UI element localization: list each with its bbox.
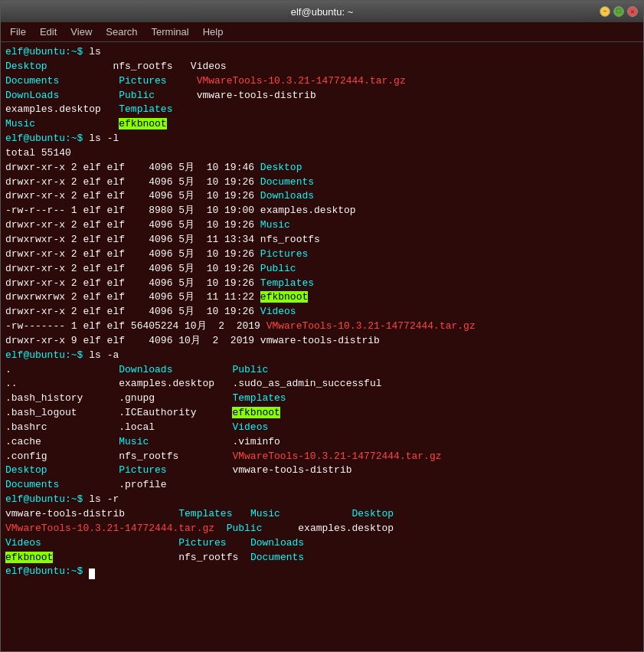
- line-28: .cache Music .viminfo: [5, 435, 639, 450]
- line-6: Music efkbnoot: [5, 117, 639, 132]
- title-bar: elf@ubuntu: ~ – □ ✕: [1, 1, 643, 22]
- line-11: drwxr-xr-x 2 elf elf 4096 5月 10 19:26 Do…: [5, 189, 639, 204]
- line-8: total 55140: [5, 146, 639, 161]
- menu-bar: File Edit View Search Terminal Help: [1, 22, 643, 42]
- line-23: . Downloads Public: [5, 363, 639, 378]
- line-26: .bash_logout .ICEauthority efkbnoot: [5, 406, 639, 421]
- line-37: elf@ubuntu:~$: [5, 565, 639, 579]
- line-34: VMwareTools-10.3.21-14772444.tar.gz Publ…: [5, 522, 639, 536]
- minimize-button[interactable]: –: [600, 6, 610, 17]
- line-24: .. examples.desktop .sudo_as_admin_succe…: [5, 377, 639, 392]
- menu-file[interactable]: File: [4, 25, 32, 39]
- cursor: [89, 568, 95, 579]
- terminal-body[interactable]: elf@ubuntu:~$ ls Desktop nfs_rootfs Vide…: [1, 42, 643, 651]
- line-1: elf@ubuntu:~$ ls: [5, 45, 639, 60]
- window-controls: – □ ✕: [600, 6, 638, 17]
- line-25: .bash_history .gnupg Templates: [5, 392, 639, 406]
- menu-terminal[interactable]: Terminal: [145, 25, 195, 39]
- line-22: elf@ubuntu:~$ ls -a: [5, 349, 639, 363]
- line-31: Documents .profile: [5, 478, 639, 493]
- menu-view[interactable]: View: [64, 25, 98, 39]
- terminal-window: elf@ubuntu: ~ – □ ✕ File Edit View Searc…: [0, 0, 644, 652]
- line-30: Desktop Pictures vmware-tools-distrib: [5, 464, 639, 478]
- line-32: elf@ubuntu:~$ ls -r: [5, 493, 639, 507]
- line-2: Desktop nfs_rootfs Videos: [5, 60, 639, 74]
- line-4: DownLoads Public vmware-tools-distrib: [5, 89, 639, 103]
- line-15: drwxr-xr-x 2 elf elf 4096 5月 10 19:26 Pi…: [5, 247, 639, 262]
- line-36: efkbnoot nfs_rootfs Documents: [5, 551, 639, 565]
- line-13: drwxr-xr-x 2 elf elf 4096 5月 10 19:26 Mu…: [5, 218, 639, 233]
- window-title: elf@ubuntu: ~: [291, 6, 354, 18]
- line-16: drwxr-xr-x 2 elf elf 4096 5月 10 19:26 Pu…: [5, 262, 639, 277]
- line-27: .bashrc .local Videos: [5, 421, 639, 435]
- line-35: Videos Pictures Downloads: [5, 536, 639, 551]
- line-33: vmware-tools-distrib Templates Music Des…: [5, 507, 639, 522]
- menu-help[interactable]: Help: [197, 25, 230, 39]
- line-21: drwxr-xr-x 9 elf elf 4096 10月 2 2019 vmw…: [5, 334, 639, 349]
- line-19: drwxr-xr-x 2 elf elf 4096 5月 10 19:26 Vi…: [5, 305, 639, 319]
- menu-edit[interactable]: Edit: [34, 25, 63, 39]
- line-17: drwxr-xr-x 2 elf elf 4096 5月 10 19:26 Te…: [5, 277, 639, 291]
- menu-search[interactable]: Search: [100, 25, 143, 39]
- line-29: .config nfs_rootfs VMwareTools-10.3.21-1…: [5, 450, 639, 464]
- line-3: Documents Pictures VMwareTools-10.3.21-1…: [5, 74, 639, 89]
- line-20: -rw------- 1 elf elf 56405224 10月 2 2019…: [5, 319, 639, 334]
- line-12: -rw-r--r-- 1 elf elf 8980 5月 10 19:00 ex…: [5, 204, 639, 218]
- maximize-button[interactable]: □: [613, 6, 624, 17]
- line-10: drwxr-xr-x 2 elf elf 4096 5月 10 19:26 Do…: [5, 175, 639, 190]
- line-14: drwxrwxr-x 2 elf elf 4096 5月 11 13:34 nf…: [5, 233, 639, 247]
- line-5: examples.desktop Templates: [5, 103, 639, 117]
- line-7: elf@ubuntu:~$ ls -l: [5, 132, 639, 146]
- line-9: drwxr-xr-x 2 elf elf 4096 5月 10 19:46 De…: [5, 161, 639, 175]
- close-button[interactable]: ✕: [627, 6, 638, 17]
- line-18: drwxrwxrwx 2 elf elf 4096 5月 11 11:22 ef…: [5, 290, 639, 305]
